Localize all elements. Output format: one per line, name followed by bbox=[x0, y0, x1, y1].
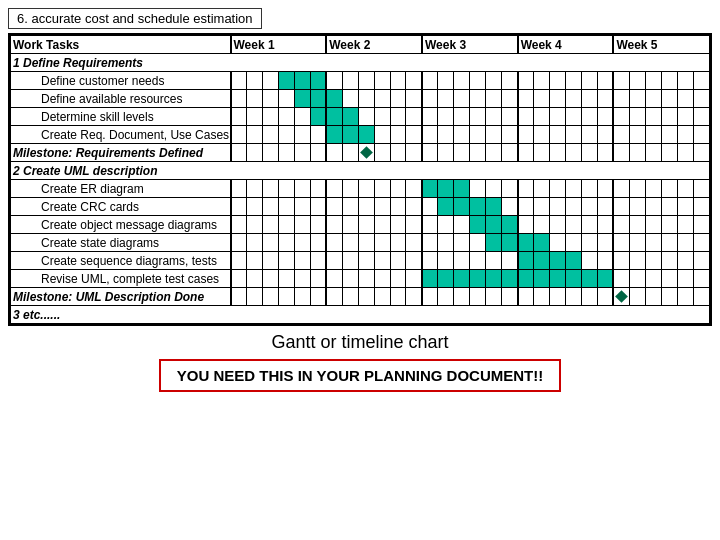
milestone-cell bbox=[677, 144, 693, 162]
bar-cell bbox=[486, 216, 502, 234]
bar-cell bbox=[645, 72, 661, 90]
bar-cell bbox=[358, 252, 374, 270]
week2-header: Week 2 bbox=[326, 36, 422, 54]
bar-cell bbox=[246, 90, 262, 108]
bar-cell bbox=[629, 252, 645, 270]
bar-cell bbox=[645, 126, 661, 144]
bar-cell bbox=[342, 108, 358, 126]
milestone-cell bbox=[438, 288, 454, 306]
task-label: Revise UML, complete test cases bbox=[11, 270, 231, 288]
bar-cell bbox=[629, 198, 645, 216]
bar-cell bbox=[438, 252, 454, 270]
bar-cell bbox=[566, 180, 582, 198]
bar-cell bbox=[613, 90, 629, 108]
bar-cell bbox=[566, 72, 582, 90]
bar-cell bbox=[470, 126, 486, 144]
bar-cell bbox=[231, 108, 247, 126]
bar-cell bbox=[550, 234, 566, 252]
milestone-cell bbox=[629, 144, 645, 162]
bar-cell bbox=[534, 90, 550, 108]
section-header-cell: 1 Define Requirements bbox=[11, 54, 710, 72]
bar-cell bbox=[406, 72, 422, 90]
milestone-cell bbox=[406, 144, 422, 162]
bar-cell bbox=[262, 108, 278, 126]
bar-cell bbox=[246, 108, 262, 126]
bar-cell bbox=[390, 234, 406, 252]
bar-cell bbox=[502, 198, 518, 216]
milestone-cell bbox=[502, 144, 518, 162]
bar-cell bbox=[661, 72, 677, 90]
bar-cell bbox=[326, 90, 342, 108]
bar-cell bbox=[629, 126, 645, 144]
bar-cell bbox=[342, 216, 358, 234]
bar-cell bbox=[231, 126, 247, 144]
bar-cell bbox=[534, 72, 550, 90]
bar-cell bbox=[645, 270, 661, 288]
bar-cell bbox=[581, 126, 597, 144]
bar-cell bbox=[231, 252, 247, 270]
milestone-cell bbox=[693, 288, 709, 306]
bar-cell bbox=[518, 270, 534, 288]
bar-cell bbox=[358, 126, 374, 144]
bar-cell bbox=[438, 90, 454, 108]
bar-cell bbox=[518, 108, 534, 126]
bar-cell bbox=[406, 270, 422, 288]
bar-cell bbox=[534, 126, 550, 144]
bar-cell bbox=[677, 198, 693, 216]
bar-cell bbox=[645, 216, 661, 234]
bar-cell bbox=[374, 252, 390, 270]
bar-cell bbox=[262, 72, 278, 90]
bar-cell bbox=[645, 90, 661, 108]
bar-cell bbox=[613, 270, 629, 288]
bar-cell bbox=[294, 72, 310, 90]
bar-cell bbox=[645, 252, 661, 270]
bar-cell bbox=[246, 180, 262, 198]
milestone-cell bbox=[454, 288, 470, 306]
bar-cell bbox=[374, 234, 390, 252]
milestone-cell bbox=[231, 288, 247, 306]
bar-cell bbox=[470, 270, 486, 288]
bar-cell bbox=[534, 216, 550, 234]
bar-cell bbox=[374, 180, 390, 198]
bar-cell bbox=[374, 126, 390, 144]
bar-cell bbox=[390, 216, 406, 234]
bar-cell bbox=[438, 216, 454, 234]
task-label: Determine skill levels bbox=[11, 108, 231, 126]
milestone-cell bbox=[326, 144, 342, 162]
bar-cell bbox=[661, 108, 677, 126]
milestone-cell bbox=[278, 288, 294, 306]
bar-cell bbox=[518, 234, 534, 252]
bar-cell bbox=[246, 216, 262, 234]
milestone-cell bbox=[438, 144, 454, 162]
bar-cell bbox=[246, 198, 262, 216]
bar-cell bbox=[629, 180, 645, 198]
milestone-cell bbox=[374, 144, 390, 162]
bar-cell bbox=[550, 198, 566, 216]
milestone-cell bbox=[597, 288, 613, 306]
milestone-cell bbox=[326, 288, 342, 306]
bar-cell bbox=[310, 126, 326, 144]
bar-cell bbox=[502, 108, 518, 126]
week4-header: Week 4 bbox=[518, 36, 614, 54]
milestone-cell bbox=[486, 288, 502, 306]
bar-cell bbox=[246, 252, 262, 270]
bar-cell bbox=[374, 270, 390, 288]
bar-cell bbox=[231, 72, 247, 90]
bar-cell bbox=[613, 234, 629, 252]
section-header-cell: 3 etc...... bbox=[11, 306, 710, 324]
bar-cell bbox=[390, 180, 406, 198]
bar-cell bbox=[422, 216, 438, 234]
bar-cell bbox=[613, 252, 629, 270]
milestone-cell bbox=[454, 144, 470, 162]
bar-cell bbox=[597, 270, 613, 288]
bar-cell bbox=[502, 252, 518, 270]
milestone-cell bbox=[486, 144, 502, 162]
bar-cell bbox=[406, 252, 422, 270]
milestone-cell bbox=[645, 288, 661, 306]
bar-cell bbox=[262, 270, 278, 288]
bar-cell bbox=[629, 216, 645, 234]
bar-cell bbox=[534, 270, 550, 288]
bar-cell bbox=[534, 252, 550, 270]
bar-cell bbox=[326, 108, 342, 126]
task-label: Create sequence diagrams, tests bbox=[11, 252, 231, 270]
